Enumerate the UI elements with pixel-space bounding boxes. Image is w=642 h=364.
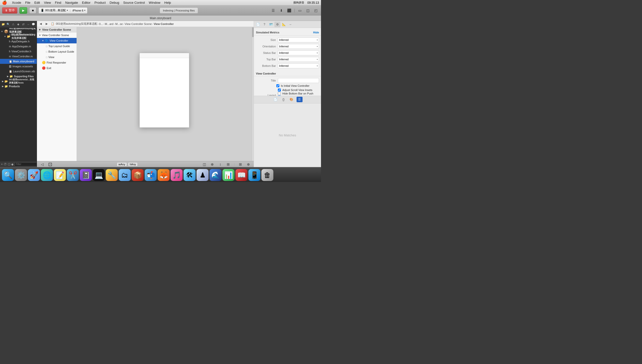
back-btn[interactable]: ◁ <box>39 161 46 168</box>
assistant-editor[interactable]: ◫ <box>305 7 311 14</box>
scene-vc-scene[interactable]: ▼ View Controller Scene <box>37 32 77 38</box>
debug-toggle[interactable]: ⬇ <box>278 7 285 14</box>
orientation-select[interactable]: Inferred ▾ <box>278 44 319 49</box>
breadcrumb-storyboard[interactable]: M...ard <box>105 22 113 26</box>
identity-inspector-icon[interactable]: 🪪 <box>268 22 274 27</box>
breadcrumb-nav-next[interactable]: ▶ <box>44 22 49 26</box>
version-editor[interactable]: ◰ <box>313 7 319 14</box>
dock-instruments[interactable]: 🔧 <box>106 169 118 181</box>
target-group[interactable]: ▼ 📂 001使用autoresizing实现屏幕适配 <box>0 34 37 39</box>
dock-itunes[interactable]: 🎵 <box>171 169 183 181</box>
filter-issues[interactable]: ⬡ <box>8 162 10 166</box>
adjust-scroll-checkbox[interactable] <box>278 88 281 92</box>
nav-search-icon[interactable]: 🔍 <box>6 22 11 27</box>
breadcrumb-scene[interactable]: M...se <box>115 22 123 26</box>
file-viewcontroller-m[interactable]: m ViewController.m <box>0 54 37 59</box>
dock-numbers[interactable]: 📊 <box>223 169 234 181</box>
file-images-xcassets[interactable]: 🖼 Images.xcassets <box>0 64 37 69</box>
menu-edit[interactable]: Edit <box>35 1 40 4</box>
nav-folder-icon[interactable]: 📁 <box>1 22 6 27</box>
nav-breakpoint-icon[interactable]: ↔ <box>26 22 31 27</box>
file-launch-screen[interactable]: 📋 LaunchScreen.xib <box>0 69 37 74</box>
scene-view-controller[interactable]: ▼ 🔵 View Controller <box>37 38 77 44</box>
dock-filezilla[interactable]: 📦 <box>132 169 144 181</box>
attributes-inspector-icon[interactable]: ⚙ <box>274 22 280 27</box>
zoom-fit-btn[interactable]: ⊡ <box>47 161 53 168</box>
dock-reader[interactable]: 📖 <box>235 169 247 181</box>
scene-view[interactable]: □ View <box>37 54 77 60</box>
hide-button[interactable]: Hide <box>313 31 319 34</box>
menu-debug[interactable]: Debug <box>110 1 119 4</box>
dock-waves[interactable]: 🌊 <box>210 169 222 181</box>
size-inspector-icon[interactable]: 📐 <box>281 22 287 27</box>
bottom-bar-select[interactable]: Inferred ▾ <box>278 63 319 68</box>
apple-menu[interactable]: 🍎 <box>2 0 7 5</box>
filter-modified[interactable]: ◆ <box>11 162 14 166</box>
scene-exit[interactable]: 🔴 Exit <box>37 65 77 71</box>
size-select[interactable]: Inferred ▾ <box>278 38 319 42</box>
is-initial-vc-checkbox[interactable] <box>276 84 279 87</box>
menu-editor[interactable]: Editor <box>82 1 91 4</box>
height-class[interactable]: hAny <box>128 162 138 166</box>
breadcrumb-vc-scene[interactable]: View Controller Scene <box>125 22 152 26</box>
menu-xcode[interactable]: Xcode <box>12 1 21 4</box>
menu-source-control[interactable]: Source Control <box>123 1 145 4</box>
dock-firefox[interactable]: 🦊 <box>158 169 170 181</box>
top-bar-select[interactable]: Inferred ▾ <box>278 57 319 62</box>
navigator-filter-input[interactable] <box>15 162 37 166</box>
run-button[interactable]: ▶ <box>20 7 27 14</box>
filter-recents[interactable]: ⏱ <box>4 162 7 166</box>
dock-onenote[interactable]: 📓 <box>80 169 92 181</box>
menu-product[interactable]: Product <box>95 1 106 4</box>
title-input[interactable] <box>278 78 319 83</box>
nav-log-icon[interactable]: 💬 <box>31 22 36 27</box>
help-icon[interactable]: ? <box>261 22 267 27</box>
file-viewcontroller-h[interactable]: h ViewController.h <box>0 49 37 54</box>
menu-find[interactable]: Find <box>55 1 61 4</box>
grid-icon[interactable]: ⊞ <box>237 161 244 168</box>
dock-trash[interactable]: 🗑 <box>261 169 273 181</box>
stop-build-button[interactable]: ⏸ 暂停 <box>2 7 18 14</box>
file-appdelegate-m[interactable]: m AppDelegate.m <box>0 44 37 49</box>
breadcrumb-folder[interactable]: 0... <box>99 22 103 26</box>
resolve-icon[interactable]: ↕ <box>217 161 224 168</box>
add-button[interactable]: + <box>1 162 3 166</box>
dock-pixelmator[interactable]: 🛠 <box>184 169 196 181</box>
scrollbar-thumb[interactable] <box>252 27 254 37</box>
dock-xcode[interactable]: ✂️ <box>67 169 79 181</box>
input-method[interactable]: 搜狗拼音 <box>293 1 304 4</box>
menu-file[interactable]: File <box>25 1 31 4</box>
breadcrumb-project[interactable]: 001使用autoresizing实现屏幕适配 <box>56 22 97 26</box>
standard-editor[interactable]: ▭ <box>297 7 303 14</box>
hide-bottom-bar-checkbox[interactable] <box>278 92 281 95</box>
dock-finder[interactable]: 🔍 <box>2 169 14 181</box>
dock-unfolder[interactable]: ♟ <box>197 169 209 181</box>
scene-bottom-layout[interactable]: □ Bottom Layout Guide <box>37 49 77 54</box>
pin-icon[interactable]: ◫ <box>201 161 208 168</box>
scheme-selector[interactable]: 📱 001使用...幕适配 ▾ | iPhone 6 ▾ <box>39 7 88 14</box>
utilities-toggle[interactable]: ⬛ <box>286 7 293 14</box>
dock-terminal[interactable]: 💻 <box>93 169 105 181</box>
zoom-in-icon[interactable]: ⊕ <box>245 161 252 168</box>
dock-launchpad[interactable]: 🚀 <box>28 169 40 181</box>
menu-help[interactable]: Help <box>164 1 171 4</box>
dock-system-prefs[interactable]: ⚙️ <box>15 169 27 181</box>
dock-mail[interactable]: 📬 <box>145 169 157 181</box>
canvas-area[interactable] <box>77 27 252 161</box>
scene-top-layout[interactable]: □ Top Layout Guide <box>37 44 77 49</box>
dock-files[interactable]: 🗂 <box>119 169 131 181</box>
scene-first-responder[interactable]: 🟡 First Responder <box>37 60 77 65</box>
media-tab[interactable]: 🎨 <box>289 97 295 102</box>
dock-safari[interactable]: 🌐 <box>41 169 53 181</box>
editor-scrollbar[interactable] <box>252 27 254 161</box>
menu-navigate[interactable]: Navigate <box>65 1 78 4</box>
dock-notes[interactable]: 📝 <box>54 169 66 181</box>
file-tab[interactable]: 📄 <box>273 97 279 102</box>
dock-appstore[interactable]: 📱 <box>248 169 260 181</box>
file-main-storyboard[interactable]: 📋 Main.storyboard <box>0 59 37 64</box>
breadcrumb-nav-prev[interactable]: ◀ <box>38 22 44 26</box>
navigator-toggle[interactable]: ☰ <box>270 7 277 14</box>
status-bar-select[interactable]: Inferred ▾ <box>278 50 319 55</box>
objects-tab[interactable]: ☰ <box>297 97 303 102</box>
nav-test-icon[interactable]: ◆ <box>16 22 21 27</box>
